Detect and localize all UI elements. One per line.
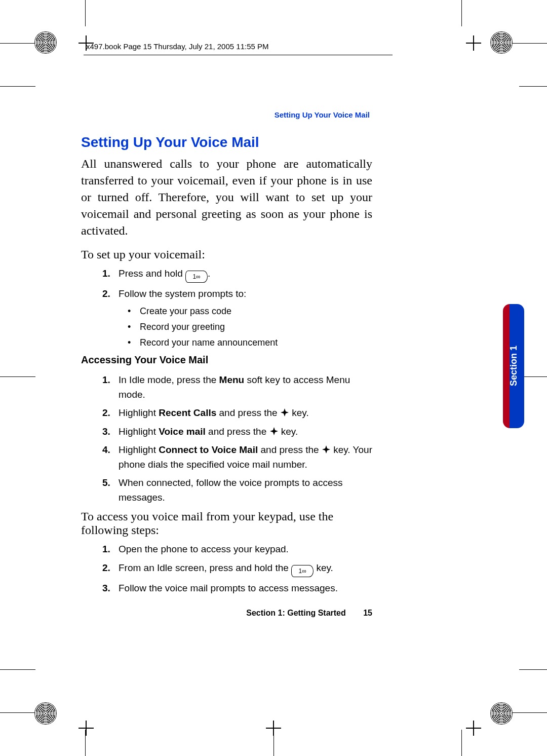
crop-mark — [499, 712, 547, 713]
crop-mark — [499, 43, 547, 44]
registration-ring-icon — [34, 31, 57, 54]
crop-mark — [85, 0, 86, 26]
list-item: 2.Follow the system prompts to: — [102, 287, 372, 301]
access-steps-list: 1.In Idle mode, press the Menu soft key … — [81, 373, 372, 505]
intro-paragraph: All unanswered calls to your phone are a… — [81, 156, 372, 240]
crop-mark — [274, 730, 274, 756]
registration-ring-icon — [490, 31, 513, 54]
list-item: Record your name announcement — [128, 337, 372, 348]
crop-mark — [0, 712, 56, 713]
document-page: { "meta_header": "x497.book Page 15 Thur… — [0, 0, 547, 756]
list-item: 4.Highlight Connect to Voice Mail and pr… — [102, 443, 372, 472]
running-header: Setting Up Your Voice Mail — [275, 110, 370, 119]
crop-mark — [0, 669, 35, 670]
crop-mark — [85, 730, 86, 756]
crop-mark — [519, 669, 547, 670]
section-heading: Setting Up Your Voice Mail — [81, 134, 372, 150]
list-item: 2.From an Idle screen, press and hold th… — [102, 561, 372, 577]
crop-mark — [461, 730, 462, 756]
lead-text: To set up your voicemail: — [81, 248, 372, 261]
setup-bullets: Create your pass code Record your greeti… — [81, 306, 372, 348]
key-1-voicemail-icon: 1∞ — [185, 271, 208, 283]
page-footer: Section 1: Getting Started 15 — [81, 609, 372, 618]
crop-mark — [0, 43, 56, 44]
crop-mark — [519, 86, 547, 87]
step-text: Follow the system prompts to: — [119, 287, 372, 301]
registration-ring-icon — [490, 702, 513, 725]
list-item: Record your greeting — [128, 322, 372, 332]
page-meta-header: x497.book Page 15 Thursday, July 21, 200… — [86, 42, 269, 51]
header-rule — [84, 55, 393, 55]
step-text: Press and hold — [119, 268, 185, 279]
list-item: 1.Open the phone to access your keypad. — [102, 542, 372, 557]
section-thumb-tab: Section 1 — [503, 304, 524, 428]
list-item: 3.Follow the voice mail prompts to acces… — [102, 581, 372, 596]
svg-marker-2 — [322, 445, 330, 453]
lead-text: To access you voice mail from your keypa… — [81, 510, 372, 537]
list-item: 3.Highlight Voice mail and press the key… — [102, 425, 372, 439]
list-item: 2.Highlight Recent Calls and press the k… — [102, 406, 372, 421]
crop-mark — [0, 376, 35, 377]
list-item: 5.When connected, follow the voice promp… — [102, 476, 372, 505]
crop-mark — [0, 86, 35, 87]
section-tab-label: Section 1 — [509, 346, 519, 386]
crop-mark — [461, 0, 462, 26]
key-1-voicemail-icon: 1∞ — [291, 565, 314, 577]
footer-section-label: Section 1: Getting Started — [246, 609, 345, 617]
nav-key-icon — [269, 427, 279, 436]
step-text: . — [208, 268, 210, 279]
registration-ring-icon — [34, 702, 57, 725]
list-item: Create your pass code — [128, 306, 372, 317]
setup-steps-list: 1. Press and hold 1∞. 2.Follow the syste… — [81, 267, 372, 301]
svg-marker-0 — [281, 408, 289, 417]
nav-key-icon — [322, 445, 331, 454]
keypad-steps-list: 1.Open the phone to access your keypad. … — [81, 542, 372, 595]
svg-marker-1 — [270, 427, 278, 435]
page-content: Setting Up Your Voice Mail All unanswere… — [81, 134, 372, 618]
list-item: 1.In Idle mode, press the Menu soft key … — [102, 373, 372, 402]
nav-key-icon — [280, 408, 289, 417]
subsection-heading: Accessing Your Voice Mail — [81, 354, 372, 366]
list-item: 1. Press and hold 1∞. — [102, 267, 372, 283]
page-number: 15 — [363, 609, 372, 618]
